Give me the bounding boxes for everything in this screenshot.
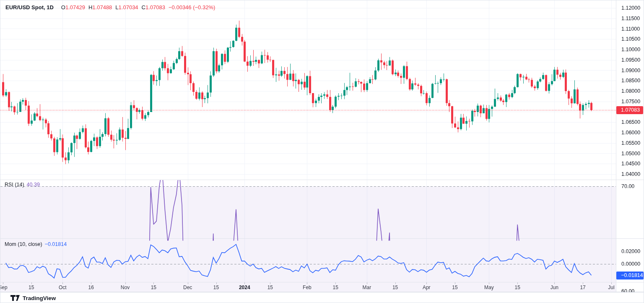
momentum-indicator-title: Mom (10, close) [5, 241, 42, 247]
time-axis-label: Nov [121, 285, 130, 290]
time-axis-label: 15 [333, 285, 338, 290]
symbol-title: EUR/USD Spot, 1D [5, 4, 54, 10]
price-axis-label: 1.10500 [621, 36, 640, 42]
price-axis-label: 1.08000 [621, 88, 640, 94]
rsi-indicator-title: RSI (14) [5, 182, 24, 188]
rsi-indicator-value: 40.39 [27, 182, 40, 188]
price-axis-label: 1.05000 [621, 151, 640, 157]
momentum-indicator-value: −0.01814 [45, 241, 67, 247]
price-axis-label: 1.06000 [621, 130, 640, 136]
time-axis-label: Oct [59, 285, 67, 290]
last-price-badge: 1.07083 [616, 106, 643, 114]
price-axis-label: 1.12000 [621, 5, 640, 11]
time-axis-label: 17 [580, 285, 585, 290]
time-axis-label: 15 [267, 285, 273, 290]
price-axis-label: 1.05500 [621, 140, 640, 146]
ohlc-high-label: H [88, 4, 92, 10]
ohlc-close-label: C [142, 4, 145, 10]
time-axis-label: 15 [452, 285, 457, 290]
time-axis-label: 15 [392, 285, 398, 290]
ohlc-open-label: O [61, 4, 65, 10]
price-axis-label: 1.04000 [621, 171, 640, 177]
change-value: −0.00346 (−0.32%) [169, 4, 215, 10]
price-axis-label: 1.11000 [621, 26, 640, 32]
time-axis-label: Apr [423, 285, 431, 290]
footer-bar: TradingView [0, 292, 644, 303]
rsi-indicator-legend[interactable]: RSI (14)40.39 [5, 182, 40, 188]
ohlc-low-label: L [115, 4, 118, 10]
momentum-axis-label: 0.00000 [621, 261, 640, 267]
tradingview-logo-icon[interactable] [10, 295, 20, 301]
time-axis-label: 15 [514, 285, 520, 290]
momentum-indicator-legend[interactable]: Mom (10, close)−0.01814 [5, 241, 67, 247]
ohlc-open-value: 1.07429 [65, 4, 85, 10]
ohlc-high-value: 1.07488 [92, 4, 112, 10]
time-axis-label: Dec [183, 285, 192, 290]
time-axis-label: Jun [551, 285, 558, 290]
price-axis-label: 1.10000 [621, 47, 640, 52]
price-axis-label: 1.09500 [621, 57, 640, 63]
price-axis-label: 1.09000 [621, 68, 640, 73]
momentum-value-badge: −0.01814 [616, 272, 644, 279]
momentum-axis-label: 0.02000 [621, 248, 640, 254]
price-axis-label: 1.08500 [621, 78, 640, 84]
time-axis-label: 15 [151, 285, 156, 290]
price-axis-label: 1.04500 [621, 161, 640, 167]
price-axis-label: 1.06500 [621, 119, 640, 125]
time-axis-label: Sep [0, 285, 8, 290]
ohlc-low-value: 1.07034 [119, 4, 138, 10]
time-axis-label: 16 [88, 285, 93, 290]
time-axis-label: 2024 [239, 285, 250, 290]
price-chart-canvas[interactable] [0, 0, 644, 303]
time-axis-label: Mar [362, 285, 371, 290]
price-axis-label: 1.11500 [621, 16, 640, 21]
rsi-axis-label: 70.00 [621, 183, 634, 189]
ohlc-close-value: 1.07083 [145, 4, 165, 10]
symbol-legend[interactable]: EUR/USD Spot, 1DO1.07429H1.07488L1.07034… [5, 4, 215, 10]
tradingview-chart-widget: EUR/USD Spot, 1DO1.07429H1.07488L1.07034… [0, 0, 644, 303]
time-axis-label: Jul [608, 285, 614, 290]
tradingview-brand-text[interactable]: TradingView [23, 295, 56, 301]
time-axis-label: May [484, 285, 494, 290]
time-axis-label: Feb [303, 285, 312, 290]
time-axis-label: 15 [29, 285, 34, 290]
price-axis-label: 1.07500 [621, 99, 640, 104]
time-axis-label: 15 [213, 285, 219, 290]
